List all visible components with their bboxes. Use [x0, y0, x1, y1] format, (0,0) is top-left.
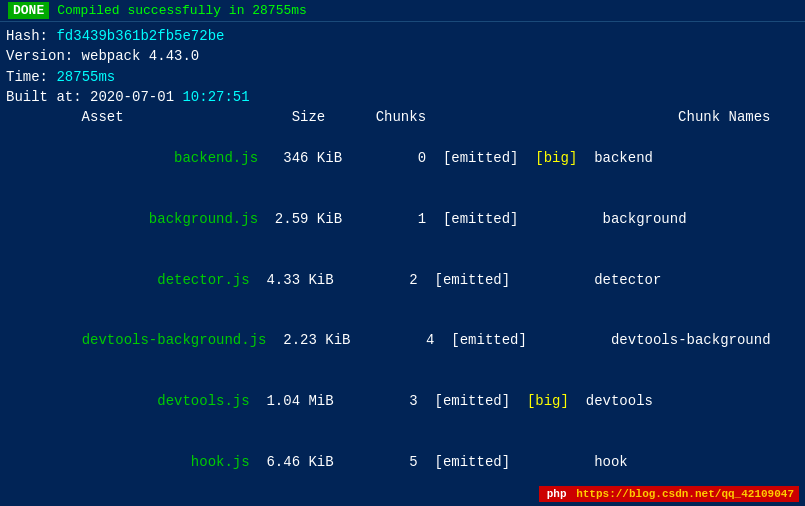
title-bar: DONE Compiled successfully in 28755ms — [0, 0, 805, 22]
line-hash: Hash: fd3439b361b2fb5e72be — [6, 26, 799, 46]
table-row-devtools: devtools.js 1.04 MiB 3 [emitted] [big] d… — [6, 371, 799, 432]
terminal: DONE Compiled successfully in 28755ms Ha… — [0, 0, 805, 506]
line-version: Version: webpack 4.43.0 — [6, 46, 799, 66]
line-time: Time: 28755ms — [6, 67, 799, 87]
table-row-detector: detector.js 4.33 KiB 2 [emitted] detecto… — [6, 249, 799, 310]
watermark-text: https://blog.csdn.net/qq_42109047 — [576, 488, 794, 500]
table-row-devtools-background: devtools-background.js 2.23 KiB 4 [emitt… — [6, 310, 799, 371]
table-row-background: background.js 2.59 KiB 1 [emitted] backg… — [6, 188, 799, 249]
title-message: Compiled successfully in 28755ms — [57, 3, 307, 18]
done-badge: DONE — [8, 2, 49, 19]
table-header: Asset Size Chunks Chunk Names — [6, 107, 799, 127]
line-built-at: Built at: 2020-07-01 10:27:51 — [6, 87, 799, 107]
table-row-backend: backend.js 346 KiB 0 [emitted] [big] bac… — [6, 127, 799, 188]
table-row-hook: hook.js 6.46 KiB 5 [emitted] hook — [6, 432, 799, 493]
terminal-content: Hash: fd3439b361b2fb5e72be Version: webp… — [0, 22, 805, 506]
watermark: php https://blog.csdn.net/qq_42109047 — [539, 486, 799, 502]
